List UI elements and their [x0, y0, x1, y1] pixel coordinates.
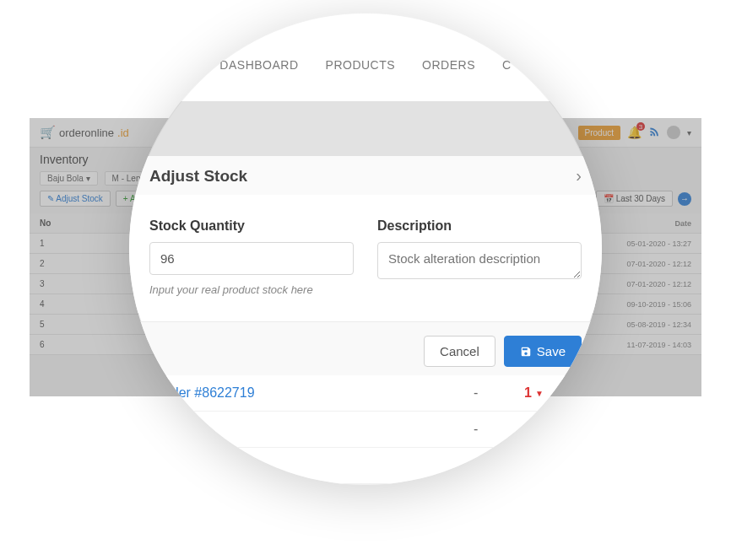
- brand-logo: 🛒 orderonline.id: [40, 125, 129, 140]
- desc-column: Description: [377, 218, 582, 296]
- cancel-button[interactable]: Cancel: [424, 336, 495, 367]
- filter-product[interactable]: Baju Bola ▾: [40, 171, 98, 186]
- save-label: Save: [537, 344, 566, 358]
- desc-label: Description: [377, 218, 582, 234]
- qty-column: Stock Quantity Input your real product s…: [149, 218, 354, 296]
- chevron-down-icon[interactable]: ▾: [687, 128, 691, 137]
- row-qty: 1 ▲: [524, 458, 575, 473]
- row-description[interactable]: Order #8622719: [156, 385, 474, 401]
- cart-icon: 🛒: [40, 125, 56, 140]
- qty-label: Stock Quantity: [149, 218, 354, 234]
- qty-hint: Input your real product stock here: [149, 283, 354, 296]
- caret-down-icon: ▼: [535, 389, 544, 398]
- page-title: Inventory: [40, 153, 89, 166]
- save-button[interactable]: Save: [504, 336, 582, 367]
- date-filter[interactable]: 📅 Last 30 Days: [596, 191, 673, 207]
- row-dash: -: [474, 458, 524, 473]
- list-item: - - 89 ▲: [129, 412, 602, 448]
- caret-up-icon: ▲: [543, 425, 551, 434]
- tab-products[interactable]: PRODUCTS: [326, 58, 396, 72]
- row-dash: -: [474, 385, 524, 401]
- modal-body: Stock Quantity Input your real product s…: [129, 195, 602, 313]
- nav-tabs: DASHBOARD PRODUCTS ORDERS C: [219, 58, 511, 72]
- row-description: -: [156, 422, 474, 437]
- bell-icon[interactable]: 🔔3: [627, 126, 642, 139]
- notification-badge: 3: [636, 122, 645, 131]
- adjust-stock-button[interactable]: ✎ Adjust Stock: [40, 191, 111, 207]
- modal-footer: Cancel Save: [129, 321, 602, 380]
- rss-icon[interactable]: [648, 126, 660, 140]
- save-icon: [520, 346, 532, 358]
- brand-name: orderonline: [59, 127, 114, 139]
- avatar[interactable]: [667, 126, 680, 139]
- product-button[interactable]: Product: [578, 126, 620, 140]
- modal-title: Adjust Stock: [149, 167, 247, 186]
- tab-orders[interactable]: ORDERS: [422, 58, 475, 72]
- header-right: Product 🔔3 ▾: [578, 126, 691, 140]
- row-qty: 89 ▲: [524, 422, 575, 437]
- row-dash: -: [474, 422, 524, 437]
- tab-more[interactable]: C: [502, 58, 512, 72]
- qty-input[interactable]: [149, 242, 354, 275]
- modal-header: Adjust Stock ›: [129, 156, 602, 197]
- desc-textarea[interactable]: [377, 242, 582, 279]
- row-description: -: [156, 458, 474, 473]
- list-item: Order #8622719 - 1 ▼: [129, 375, 602, 412]
- list-item: - - 1 ▲: [129, 448, 602, 484]
- caret-up-icon: ▲: [535, 461, 544, 471]
- go-button[interactable]: →: [678, 192, 691, 206]
- magnifier-lens: DASHBOARD PRODUCTS ORDERS C Adjust Stock…: [129, 13, 602, 485]
- close-icon[interactable]: ›: [576, 166, 582, 186]
- brand-suffix: .id: [117, 127, 129, 139]
- tab-dashboard[interactable]: DASHBOARD: [219, 58, 298, 72]
- zoom-rows: Order #8622719 - 1 ▼ - - 89 ▲ - - 1 ▲: [129, 375, 602, 484]
